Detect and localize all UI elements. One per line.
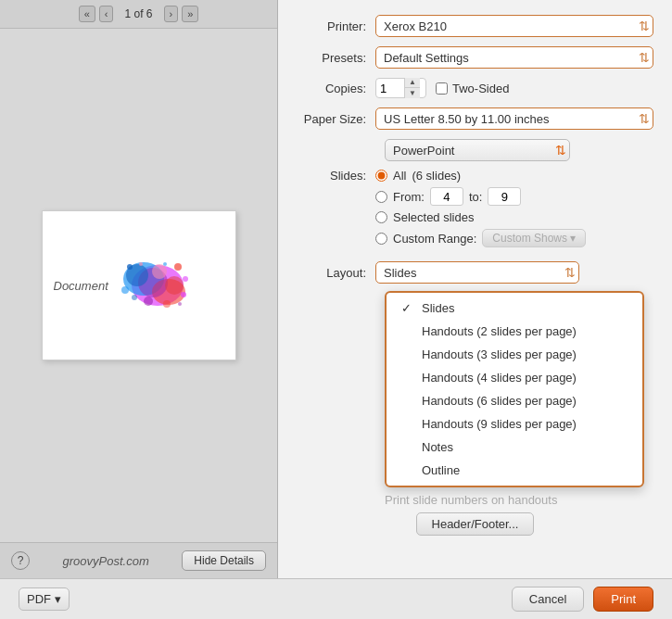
svg-point-8 xyxy=(174,263,182,271)
custom-shows-arrow-icon: ▾ xyxy=(570,232,576,245)
svg-point-14 xyxy=(132,295,137,300)
page-indicator: 1 of 6 xyxy=(124,7,152,20)
from-input[interactable] xyxy=(430,187,463,206)
svg-point-13 xyxy=(183,276,188,282)
splash-art-icon xyxy=(102,234,204,336)
pdf-label: PDF xyxy=(27,592,51,606)
left-bottom-bar: ? groovyPost.com Hide Details xyxy=(0,542,277,578)
slides-all-row: Slides: All (6 slides) xyxy=(297,169,653,183)
slides-from-radio[interactable] xyxy=(375,191,387,203)
slides-custom-radio[interactable] xyxy=(375,233,387,245)
print-slide-numbers-row: Print slide numbers on handouts xyxy=(385,493,653,507)
presets-row: Presets: Default Settings ⇅ xyxy=(297,46,653,69)
slides-selected-row: Selected slides xyxy=(297,210,653,224)
nav-back-single-btn[interactable]: ‹ xyxy=(99,6,114,22)
slides-all-count: (6 slides) xyxy=(412,169,461,183)
to-input[interactable] xyxy=(488,187,521,206)
to-text: to: xyxy=(469,190,482,204)
slides-custom-row: Custom Range: Custom Shows ▾ xyxy=(297,229,653,247)
selected-slides-label[interactable]: Selected slides xyxy=(375,210,474,224)
powerpoint-select-wrapper: PowerPoint ⇅ xyxy=(385,139,570,161)
dropdown-item-handouts-3[interactable]: Handouts (3 slides per page) xyxy=(387,343,642,366)
paper-size-select-wrapper: US Letter 8.50 by 11.00 inches ⇅ xyxy=(375,107,653,130)
dropdown-item-handouts-2[interactable]: Handouts (2 slides per page) xyxy=(387,320,642,343)
layout-dropdown-menu: ✓ Slides Handouts (2 slides per page) Ha… xyxy=(385,291,644,487)
powerpoint-row: PowerPoint ⇅ xyxy=(385,139,653,161)
header-footer-button[interactable]: Header/Footer... xyxy=(416,512,535,536)
svg-point-10 xyxy=(121,286,129,294)
dropdown-notes-text: Notes xyxy=(422,440,453,454)
slides-all-label[interactable]: All (6 slides) xyxy=(375,169,461,183)
bottom-bar: PDF ▾ Cancel Print xyxy=(0,578,672,619)
svg-point-5 xyxy=(165,276,184,295)
two-sided-label[interactable]: Two-Sided xyxy=(436,82,509,95)
hide-details-button[interactable]: Hide Details xyxy=(182,550,266,571)
dropdown-item-handouts-6[interactable]: Handouts (6 slides per page) xyxy=(387,389,642,412)
nav-back-double-btn[interactable]: « xyxy=(79,6,95,22)
print-button[interactable]: Print xyxy=(593,587,653,612)
paper-size-label: Paper Size: xyxy=(297,112,375,126)
pdf-dropdown-arrow-icon: ▾ xyxy=(55,592,61,606)
from-text: From: xyxy=(393,190,425,204)
from-to-label[interactable]: From: to: xyxy=(375,187,521,206)
svg-point-12 xyxy=(163,300,171,308)
nav-forward-single-btn[interactable]: › xyxy=(164,6,179,22)
slides-all-radio[interactable] xyxy=(375,170,387,182)
slides-label: Slides: xyxy=(297,169,375,183)
nav-forward-double-btn[interactable]: » xyxy=(182,6,198,22)
presets-label: Presets: xyxy=(297,51,375,65)
dropdown-item-outline[interactable]: Outline xyxy=(387,459,642,482)
selected-slides-text: Selected slides xyxy=(393,210,474,224)
copies-decrement-btn[interactable]: ▼ xyxy=(405,88,420,98)
layout-select-wrapper: Slides Handouts (2 slides per page) Hand… xyxy=(375,261,579,284)
two-sided-text: Two-Sided xyxy=(452,82,509,95)
dropdown-slides-text: Slides xyxy=(422,301,454,315)
dropdown-handouts-4-text: Handouts (4 slides per page) xyxy=(422,371,577,385)
svg-point-11 xyxy=(144,297,153,306)
help-button[interactable]: ? xyxy=(11,551,30,570)
slides-all-text: All xyxy=(393,169,406,183)
right-panel: Printer: Xerox B210 ⇅ Presets: Default S… xyxy=(278,0,672,578)
svg-point-15 xyxy=(139,262,143,266)
dropdown-handouts-2-text: Handouts (2 slides per page) xyxy=(422,324,577,338)
layout-select[interactable]: Slides Handouts (2 slides per page) Hand… xyxy=(375,261,579,284)
custom-shows-text: Custom Shows xyxy=(492,232,567,245)
dropdown-handouts-3-text: Handouts (3 slides per page) xyxy=(422,347,577,361)
bottom-left: PDF ▾ xyxy=(19,587,70,611)
layout-label: Layout: xyxy=(297,266,375,280)
preview-area: Document xyxy=(0,29,277,542)
svg-point-9 xyxy=(181,292,186,297)
cancel-button[interactable]: Cancel xyxy=(512,587,584,612)
bottom-right: Cancel Print xyxy=(512,587,653,612)
dropdown-item-slides[interactable]: ✓ Slides xyxy=(387,297,642,320)
slides-section: Slides: All (6 slides) From: to: xyxy=(297,169,653,252)
groovy-watermark: groovyPost.com xyxy=(63,554,149,568)
main-container: « ‹ 1 of 6 › » Document xyxy=(0,0,672,578)
dropdown-item-handouts-4[interactable]: Handouts (4 slides per page) xyxy=(387,366,642,389)
header-footer-row: Header/Footer... xyxy=(297,512,653,536)
custom-range-label[interactable]: Custom Range: Custom Shows ▾ xyxy=(375,229,586,247)
paper-size-select[interactable]: US Letter 8.50 by 11.00 inches xyxy=(375,107,653,130)
pdf-button[interactable]: PDF ▾ xyxy=(19,587,70,611)
print-slide-numbers-text: Print slide numbers on handouts xyxy=(385,493,557,507)
dropdown-handouts-9-text: Handouts (9 slides per page) xyxy=(422,417,577,431)
slides-from-row: From: to: xyxy=(297,187,653,206)
two-sided-checkbox[interactable] xyxy=(436,82,448,95)
dropdown-outline-text: Outline xyxy=(422,463,460,477)
slides-selected-radio[interactable] xyxy=(375,211,387,223)
presets-select-wrapper: Default Settings ⇅ xyxy=(375,46,653,69)
svg-point-17 xyxy=(178,302,182,306)
printer-row: Printer: Xerox B210 ⇅ xyxy=(297,15,653,37)
custom-shows-btn[interactable]: Custom Shows ▾ xyxy=(482,229,586,247)
printer-select-wrapper: Xerox B210 ⇅ xyxy=(375,15,653,37)
dropdown-item-notes[interactable]: Notes xyxy=(387,436,642,459)
dropdown-item-handouts-9[interactable]: Handouts (9 slides per page) xyxy=(387,412,642,436)
svg-point-7 xyxy=(127,264,133,270)
custom-range-text: Custom Range: xyxy=(393,232,476,246)
printer-select[interactable]: Xerox B210 xyxy=(375,15,653,37)
copies-input[interactable]: 1 xyxy=(376,82,404,95)
powerpoint-select[interactable]: PowerPoint xyxy=(385,139,570,161)
svg-point-16 xyxy=(163,262,167,266)
presets-select[interactable]: Default Settings xyxy=(375,46,653,69)
copies-increment-btn[interactable]: ▲ xyxy=(405,78,420,88)
